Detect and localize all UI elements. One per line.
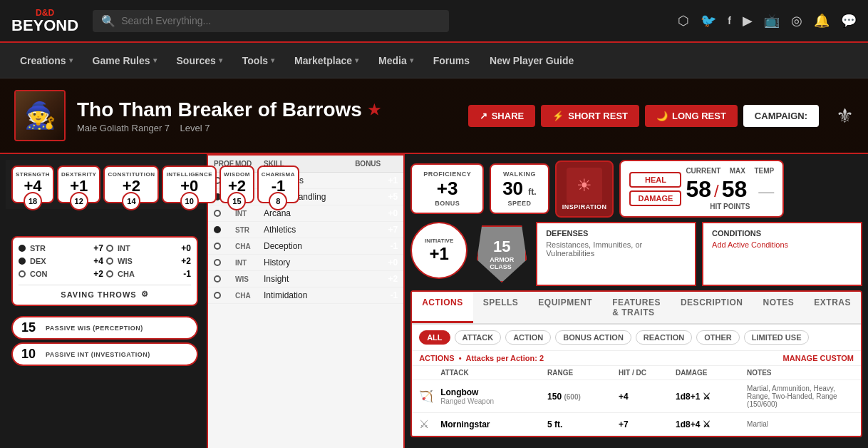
long-rest-button[interactable]: 🌙 LONG REST — [645, 105, 738, 127]
filter-attack[interactable]: ATTACK — [455, 330, 502, 345]
search-bar[interactable]: 🔍 — [93, 10, 449, 32]
twitch-icon[interactable]: 📺 — [764, 13, 780, 29]
messages-icon[interactable]: 💬 — [841, 13, 857, 29]
ability-dexterity: DEXTERITY +1 12 — [57, 166, 100, 203]
nav-tools[interactable]: Tools ▾ — [234, 43, 283, 78]
save-dex: DEX +4 — [19, 256, 103, 266]
tab-extras[interactable]: EXTRAS — [804, 292, 861, 323]
armor-shield-icon: 15 ARMORCLASS — [477, 225, 527, 282]
damage-button[interactable]: DAMAGE — [629, 190, 681, 206]
nav-sources[interactable]: Sources ▾ — [168, 43, 231, 78]
heal-button[interactable]: HEAL — [629, 172, 681, 188]
nav-game-rules[interactable]: Game Rules ▾ — [84, 43, 165, 78]
search-input[interactable] — [121, 15, 440, 26]
short-rest-button[interactable]: ⚡ SHORT REST — [541, 105, 639, 127]
filter-limited-use[interactable]: LIMITED USE — [744, 330, 810, 345]
campaign-button[interactable]: CAMPAIGN: — [743, 105, 819, 127]
compass-icon[interactable]: ◎ — [791, 13, 802, 29]
twitter-icon[interactable]: 🐦 — [701, 13, 716, 29]
history-stat: INT — [235, 259, 264, 267]
tab-notes[interactable]: NOTES — [753, 292, 804, 323]
add-conditions-button[interactable]: Add Active Conditions — [712, 240, 852, 249]
character-avatar[interactable]: 🧙 — [14, 90, 66, 141]
deception-stat: CHA — [235, 243, 264, 250]
nav-media-label: Media — [378, 55, 407, 66]
speed-label: SPEED — [502, 200, 536, 207]
passive-investigation-num: 10 — [21, 347, 38, 362]
morningstar-range: 5 ft. — [547, 419, 619, 429]
max-hp-value: 58 — [722, 176, 748, 203]
tab-actions[interactable]: ACTIONS — [412, 292, 473, 323]
save-cha: CHA -1 — [106, 269, 191, 279]
max-hp-label: MAX — [730, 167, 745, 175]
media-arrow-icon: ▾ — [410, 56, 413, 64]
attack-longbow: 🏹 Longbow Ranged Weapon 150 (600) +4 1d8… — [412, 380, 861, 413]
longbow-icon: 🏹 — [419, 390, 440, 403]
history-bonus: +0 — [355, 258, 398, 268]
save-con-val: +2 — [93, 269, 103, 279]
tab-features-traits[interactable]: FEATURES & TRAITS — [602, 292, 671, 323]
saving-throws-gear-icon[interactable]: ⚙ — [141, 290, 149, 299]
longbow-notes: Martial, Ammunition, Heavy, Range, Two-H… — [747, 385, 854, 408]
cha-score: 8 — [269, 192, 287, 210]
arcana-stat: INT — [235, 210, 264, 218]
acrobatics-bonus: +1 — [355, 175, 398, 185]
tab-spells[interactable]: SPELLS — [473, 292, 529, 323]
favorite-star-icon[interactable]: ★ — [368, 101, 381, 118]
filter-reaction[interactable]: REACTION — [636, 330, 692, 345]
combat-stats-row: PROFICIENCY +3 BONUS WALKING 30 ft. SPEE… — [410, 160, 862, 218]
nav-media[interactable]: Media ▾ — [370, 43, 422, 78]
save-cha-dot — [106, 270, 113, 278]
nav-marketplace[interactable]: Marketplace ▾ — [286, 43, 367, 78]
marketplace-arrow-icon: ▾ — [355, 56, 358, 64]
ability-strength: STRENGTH +4 18 — [11, 166, 54, 203]
save-cha-label: CHA — [118, 270, 135, 278]
inspiration-visual: ☀ — [567, 168, 602, 203]
intimidation-prof-dot — [214, 292, 221, 299]
tab-equipment[interactable]: EQUIPMENT — [528, 292, 602, 323]
skill-intimidation: CHA Intimidation -1 — [208, 287, 403, 304]
bell-icon[interactable]: 🔔 — [814, 13, 830, 29]
athletics-stat: STR — [235, 226, 264, 234]
tab-description[interactable]: DESCRIPTION — [671, 292, 753, 323]
logo[interactable]: D&D BEYOND — [11, 8, 78, 34]
filter-bonus-action[interactable]: BONUS ACTION — [555, 330, 631, 345]
actions-content-header: ACTIONS • Attacks per Action: 2 MANAGE C… — [412, 351, 861, 366]
youtube-icon[interactable]: ▶ — [743, 13, 753, 29]
hp-numbers-row: 58 / 58 — — [686, 176, 774, 203]
filter-other[interactable]: OTHER — [696, 330, 740, 345]
save-dex-val: +4 — [93, 256, 103, 266]
passive-perception-label: PASSIVE WIS (PERCEPTION) — [46, 325, 143, 332]
creations-arrow-icon: ▾ — [69, 56, 73, 64]
nav-new-player-guide[interactable]: New Player Guide — [481, 43, 582, 78]
ability-intelligence: INTELLIGENCE +0 10 — [162, 166, 217, 203]
filter-all[interactable]: ALL — [419, 330, 450, 345]
manage-custom-link[interactable]: MANAGE CUSTOM — [783, 354, 854, 362]
share-button[interactable]: ↗ SHARE — [468, 105, 536, 127]
nav-forums[interactable]: Forums — [425, 43, 478, 78]
actions-section-label: ACTIONS — [419, 354, 455, 362]
cobalt-icon[interactable]: ⬡ — [678, 13, 689, 29]
save-dex-dot — [19, 258, 26, 265]
actions-subtitle-area: ACTIONS • Attacks per Action: 2 — [419, 354, 544, 362]
beyond-text: BEYOND — [11, 16, 78, 34]
facebook-icon[interactable]: f — [728, 15, 731, 26]
avatar-portrait: 🧙 — [16, 91, 64, 140]
save-con-dot — [19, 270, 26, 278]
nav-sources-label: Sources — [177, 55, 216, 66]
intimidation-name: Intimidation — [264, 290, 355, 300]
insight-bonus: +2 — [355, 274, 398, 284]
passive-investigation: 10 PASSIVE INT (INVESTIGATION) — [11, 342, 198, 366]
nav-marketplace-label: Marketplace — [294, 55, 352, 66]
actions-tab-bar: ACTIONS SPELLS EQUIPMENT FEATURES & TRAI… — [412, 292, 861, 325]
history-name: History — [264, 258, 355, 268]
filter-action[interactable]: ACTION — [505, 330, 551, 345]
hp-divider: / — [714, 181, 719, 201]
ability-charisma: CHARISMA -1 8 — [257, 166, 299, 203]
str-score: 18 — [24, 192, 42, 210]
ability-scores-row: STRENGTH +4 18 DEXTERITY +1 12 CONSTITUT… — [6, 160, 204, 209]
nav-creations[interactable]: Creations ▾ — [11, 43, 81, 78]
character-info: Tho Tham Breaker of Barrows ★ Male Golia… — [77, 98, 457, 133]
inspiration-card[interactable]: ☀ INSPIRATION — [555, 161, 614, 218]
main-content-area: STRENGTH +4 18 DEXTERITY +1 12 CONSTITUT… — [0, 154, 868, 448]
